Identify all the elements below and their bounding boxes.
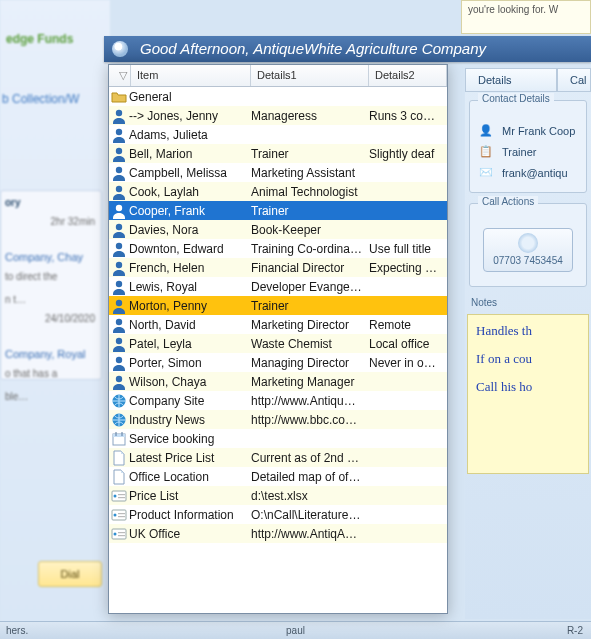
list-row[interactable]: UK Officehttp://www.AntiqA… [109, 524, 447, 543]
phone-number: 07703 7453454 [484, 255, 572, 266]
svg-point-10 [116, 299, 122, 305]
list-row[interactable]: Industry Newshttp://www.bbc.co… [109, 410, 447, 429]
cell-details1: http://www.Antiqu… [251, 394, 369, 408]
globe-icon [109, 411, 129, 429]
list-row[interactable]: Price Listd:\test.xlsx [109, 486, 447, 505]
note-line-2: If on a cou [476, 351, 580, 367]
history-company-2: Company, Royal [1, 326, 101, 362]
cell-details2: Expecting baby … [369, 261, 447, 275]
svg-point-22 [114, 494, 117, 497]
svg-point-9 [116, 280, 122, 286]
cell-item: Product Information [129, 508, 251, 522]
svg-rect-27 [118, 513, 125, 514]
cell-item: --> Jones, Jenny [129, 109, 251, 123]
person-w-icon [109, 202, 129, 220]
list-row[interactable]: Bell, MarionTrainerSlightly deaf [109, 144, 447, 163]
list-row[interactable]: Morton, PennyTrainer [109, 296, 447, 315]
list-row[interactable]: French, HelenFinancial DirectorExpecting… [109, 258, 447, 277]
history-note-1a: to direct the [1, 265, 101, 288]
cell-item: Price List [129, 489, 251, 503]
file-icon [109, 487, 129, 505]
list-row[interactable]: Lewis, RoyalDeveloper Evangelist [109, 277, 447, 296]
list-row[interactable]: Product InformationO:\nCall\Literature\… [109, 505, 447, 524]
list-row[interactable]: North, DavidMarketing DirectorRemote [109, 315, 447, 334]
tab-calendar[interactable]: Cal [557, 68, 591, 92]
status-left: hers. [6, 622, 28, 639]
person-icon [109, 126, 129, 144]
list-row[interactable]: Adams, Julieta [109, 125, 447, 144]
notes-panel[interactable]: Handles th If on a cou Call his ho [467, 314, 589, 474]
svg-point-6 [116, 223, 122, 229]
list-row[interactable]: Office LocationDetailed map of of… [109, 467, 447, 486]
svg-point-1 [116, 128, 122, 134]
cell-item: Davies, Nora [129, 223, 251, 237]
cell-item: Patel, Leyla [129, 337, 251, 351]
contact-role: Trainer [502, 146, 536, 158]
column-details2[interactable]: Details2 [369, 65, 447, 86]
left-background-panel: edge Funds b Collection/W ory 2hr 32min … [0, 0, 110, 639]
list-row[interactable]: Latest Price ListCurrent as of 2nd F… [109, 448, 447, 467]
folder-icon [109, 88, 129, 106]
person-icon [109, 183, 129, 201]
list-row[interactable]: Downton, EdwardTraining Co-ordina…Use fu… [109, 239, 447, 258]
mail-icon: ✉️ [476, 164, 496, 182]
person-icon [109, 297, 129, 315]
dial-button[interactable]: Dial [38, 561, 102, 587]
history-note-1b: n t… [1, 288, 101, 311]
cell-item: Cook, Laylah [129, 185, 251, 199]
list-row[interactable]: Porter, SimonManaging DirectorNever in o… [109, 353, 447, 372]
list-row[interactable]: --> Jones, JennyManageressRuns 3 compani… [109, 106, 447, 125]
history-time: 2hr 32min [1, 214, 101, 229]
list-row[interactable]: Davies, NoraBook-Keeper [109, 220, 447, 239]
list-header: ▽ Item Details1 Details2 [109, 65, 447, 87]
person-icon [109, 164, 129, 182]
cell-details1: Financial Director [251, 261, 369, 275]
doc-icon [109, 468, 129, 486]
list-row[interactable]: Patel, LeylaWaste ChemistLocal office [109, 334, 447, 353]
cell-details2: Remote [369, 318, 447, 332]
history-card: ory 2hr 32min Company, Chay to direct th… [0, 190, 102, 380]
phone-icon [518, 233, 538, 253]
svg-point-13 [116, 356, 122, 362]
cell-item: Latest Price List [129, 451, 251, 465]
note-line-3: Call his ho [476, 379, 580, 395]
greeting-text: Good Afternoon, AntiqueWhite Agriculture… [140, 40, 486, 57]
list-row[interactable]: Service booking [109, 429, 447, 448]
contacts-listbox[interactable]: ▽ Item Details1 Details2 General--> Jone… [108, 64, 448, 614]
person-icon: 👤 [476, 122, 496, 140]
cell-item: Adams, Julieta [129, 128, 251, 142]
svg-point-0 [116, 109, 122, 115]
list-row[interactable]: Cooper, FrankTrainer [109, 201, 447, 220]
svg-point-26 [114, 513, 117, 516]
list-row[interactable]: Company Sitehttp://www.Antiqu… [109, 391, 447, 410]
cell-details1: http://www.AntiqA… [251, 527, 369, 541]
person-icon [109, 278, 129, 296]
list-row[interactable]: Campbell, MelissaMarketing Assistant [109, 163, 447, 182]
status-bar: hers. paul R-2 [0, 621, 591, 639]
phone-call-button[interactable]: 07703 7453454 [483, 228, 573, 272]
tab-details[interactable]: Details [465, 68, 557, 92]
person-icon [109, 354, 129, 372]
list-row[interactable]: General [109, 87, 447, 106]
cell-details1: Developer Evangelist [251, 280, 369, 294]
list-row[interactable]: Cook, LaylahAnimal Technologist [109, 182, 447, 201]
cell-item: Morton, Penny [129, 299, 251, 313]
person-icon [109, 316, 129, 334]
column-details1[interactable]: Details1 [251, 65, 369, 86]
list-row[interactable]: Wilson, ChayaMarketing Manager [109, 372, 447, 391]
cell-item: Service booking [129, 432, 251, 446]
svg-point-3 [116, 166, 122, 172]
column-sort[interactable]: ▽ [109, 65, 131, 86]
list-body[interactable]: General--> Jones, JennyManageressRuns 3 … [109, 87, 447, 613]
svg-point-7 [116, 242, 122, 248]
contact-details-group: Contact Details 👤Mr Frank Coop 📋Trainer … [469, 100, 587, 193]
note-line-1: Handles th [476, 323, 580, 339]
cell-details1: Waste Chemist [251, 337, 369, 351]
status-center: paul [286, 622, 305, 639]
cell-details1: Managing Director [251, 356, 369, 370]
cell-details1: Training Co-ordina… [251, 242, 369, 256]
column-item[interactable]: Item [131, 65, 251, 86]
svg-point-14 [116, 375, 122, 381]
calendar-icon [109, 430, 129, 448]
cell-details1: http://www.bbc.co… [251, 413, 369, 427]
